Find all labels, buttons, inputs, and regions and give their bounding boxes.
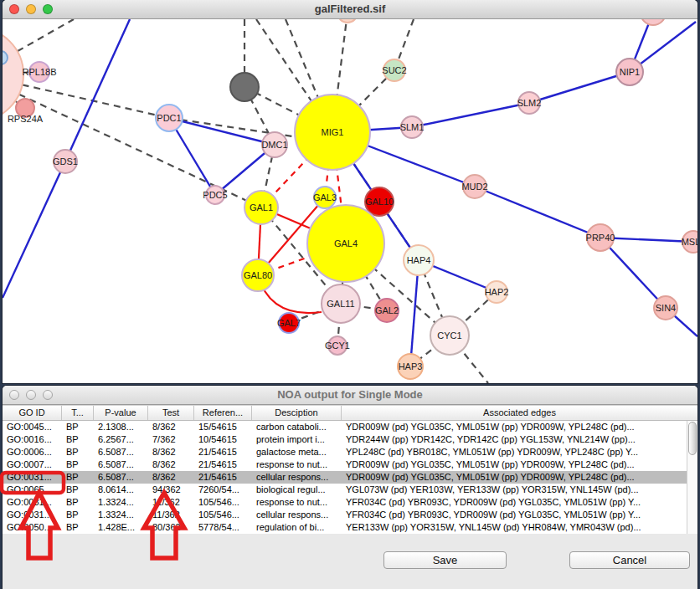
node-label-SLM1: SLM1 <box>400 122 425 132</box>
cell: 105/546... <box>194 509 252 521</box>
cell: 8/362 <box>148 471 194 484</box>
cell: 8/362 <box>148 458 194 471</box>
column-header-desciption[interactable]: Desciption <box>252 406 342 420</box>
cell: BP <box>62 496 94 509</box>
cell: 8/362 <box>148 446 194 458</box>
edge <box>529 72 630 103</box>
cell: 80/362 <box>148 521 194 534</box>
table-row-selected[interactable]: GO:0031...BP6.5087...8/36221/54615cellul… <box>3 471 687 484</box>
network-window-titlebar[interactable]: galFiltered.sif <box>3 0 697 19</box>
column-header-test[interactable]: Test <box>148 406 194 420</box>
cell: 21/54615 <box>194 446 252 458</box>
cell: biological regul... <box>252 484 342 496</box>
node-label-PDC5: PDC5 <box>203 190 227 200</box>
cell: YDR009W (pd) YGL035C, YML051W (pp) YDR00… <box>342 471 687 484</box>
cell: 6.5087... <box>94 458 148 471</box>
node-label-GAL80: GAL80 <box>244 270 272 280</box>
column-header-associated-edges[interactable]: Associated edges <box>342 406 697 420</box>
cell: regulation of bi... <box>252 521 342 534</box>
network-canvas[interactable]: RPL18BRPS24AGDS1PDC1PDC5DMC1MIG1SUC2SLM1… <box>3 19 697 383</box>
table-row[interactable]: GO:0065...BP8.0614...94/3627260/54...bio… <box>3 484 687 496</box>
zoom-button-icon[interactable] <box>43 4 53 14</box>
node-partial-top-1[interactable] <box>337 19 358 23</box>
node-label-GAL2: GAL2 <box>375 305 399 315</box>
cell: GO:0065... <box>3 484 62 496</box>
node-label-NIP1: NIP1 <box>620 67 640 77</box>
cell: 21/54615 <box>194 458 252 471</box>
cell: YDR009W (pd) YGL035C, YML051W (pp) YDR00… <box>342 458 687 471</box>
cell: 7/362 <box>148 433 194 446</box>
node-label-CYC1: CYC1 <box>437 330 461 341</box>
table-body: GO:0045...BP2.1308...8/36215/54615carbon… <box>3 421 687 534</box>
table-row[interactable]: GO:0016...BP6.2567...7/36210/54615protei… <box>3 433 687 446</box>
table-row[interactable]: GO:0031...BP1.3324...11/362105/546...res… <box>3 496 687 509</box>
cell: 105/546... <box>194 496 252 509</box>
close-button-icon[interactable] <box>9 390 19 400</box>
table-header-row: GO IDT...P-valueTestReferen...Desciption… <box>3 405 697 421</box>
node-label-RPL18B: RPL18B <box>23 67 57 77</box>
node-dark-node[interactable] <box>230 73 259 101</box>
node-label-GAL7: GAL7 <box>277 318 301 328</box>
minimize-button-icon[interactable] <box>26 390 36 400</box>
table-row[interactable]: GO:0045...BP2.1308...8/36215/54615carbon… <box>3 421 687 433</box>
network-window: galFiltered.sif RPL18BRPS24AGDS1PDC1PDC5… <box>3 0 697 383</box>
node-label-GAL4: GAL4 <box>334 238 358 248</box>
cell: BP <box>62 484 94 496</box>
node-label-PDC1: PDC1 <box>157 113 181 123</box>
edge <box>65 19 130 161</box>
cell: 1.3324... <box>94 496 148 509</box>
table-row[interactable]: GO:0007...BP6.5087...8/36221/54615respon… <box>3 458 687 471</box>
node-label-GAL1: GAL1 <box>250 202 273 213</box>
cell: 1.428E... <box>94 521 148 534</box>
cell: GO:0006... <box>3 446 62 458</box>
node-label-SUC2: SUC2 <box>382 65 406 75</box>
network-window-title: galFiltered.sif <box>3 0 697 18</box>
node-label-PRP40: PRP40 <box>586 233 615 243</box>
table-row[interactable]: GO:0050...BP1.428E...80/3625778/54...reg… <box>3 521 687 534</box>
cell: BP <box>62 421 94 433</box>
cell: BP <box>62 471 94 484</box>
save-button[interactable]: Save <box>383 551 507 569</box>
close-button-icon[interactable] <box>9 4 19 14</box>
cell: 8/362 <box>148 421 194 433</box>
zoom-button-icon[interactable] <box>43 390 53 400</box>
cell: cellular respons... <box>252 471 342 484</box>
cell: 2.1308... <box>94 421 148 433</box>
cell: BP <box>62 509 94 521</box>
cell: BP <box>62 521 94 534</box>
table-row[interactable]: GO:0031...BP1.3324...11/362105/546...cel… <box>3 509 687 521</box>
column-header-go-id[interactable]: GO ID <box>3 406 62 420</box>
cell: 6.5087... <box>94 446 148 458</box>
cell: YGL073W (pd) YER103W, YER133W (pp) YOR31… <box>342 484 687 496</box>
node-label-GCY1: GCY1 <box>325 341 350 351</box>
cell: YDR244W (pp) YDR142C, YDR142C (pp) YGL15… <box>342 433 687 446</box>
cell: GO:0016... <box>3 433 62 446</box>
node-label-SLM2: SLM2 <box>517 98 542 108</box>
cell: 21/54615 <box>194 471 252 484</box>
edge <box>3 161 65 298</box>
node-label-RPS24A: RPS24A <box>8 114 44 124</box>
vertical-scrollbar[interactable] <box>687 421 697 534</box>
column-header-p-value[interactable]: P-value <box>94 406 148 420</box>
column-header-t[interactable]: T... <box>62 406 94 420</box>
column-header-referen[interactable]: Referen... <box>194 406 252 420</box>
cell: 10/54615 <box>194 433 252 446</box>
minimize-button-icon[interactable] <box>26 4 36 14</box>
edge <box>169 118 275 145</box>
cell: carbon cataboli... <box>252 421 342 433</box>
cancel-button[interactable]: Cancel <box>569 551 690 569</box>
cell: 11/362 <box>148 496 194 509</box>
cell: 8.0614... <box>94 484 148 496</box>
noa-window-titlebar[interactable]: NOA output for Single Mode <box>3 386 697 405</box>
node-label-MUD2: MUD2 <box>461 182 487 192</box>
node-label-GAL11: GAL11 <box>327 299 354 309</box>
node-partial-top-2[interactable] <box>641 19 666 25</box>
cell: YPL248C (pd) YBR018C, YML051W (pp) YDR00… <box>342 446 687 458</box>
table-row[interactable]: GO:0006...BP6.5087...8/36221/54615galact… <box>3 446 687 458</box>
scrollbar-thumb[interactable] <box>688 422 697 455</box>
node-label-GAL3: GAL3 <box>313 192 337 202</box>
node-label-GAL10: GAL10 <box>365 197 394 207</box>
cell: 1.3324... <box>94 509 148 521</box>
node-label-DMC1: DMC1 <box>261 140 287 150</box>
noa-window-title: NOA output for Single Mode <box>3 386 697 404</box>
